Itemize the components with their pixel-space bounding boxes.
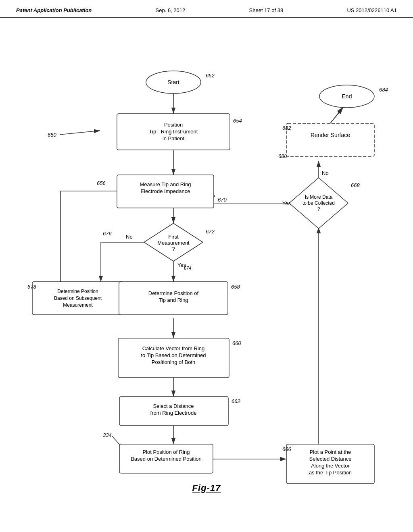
label-674-text: 674 (184, 266, 191, 270)
node-672-line2: Measurement (157, 240, 190, 246)
node-666-line1: Plot a Point at the (310, 449, 351, 455)
node-668-line2: to be Collected (302, 200, 335, 206)
svg-line-32 (330, 107, 343, 123)
header-patent: US 2012/0226110 A1 (347, 7, 397, 13)
node-658-line1: Determine Position of (148, 290, 199, 296)
label-668: 668 (351, 182, 360, 188)
no-label-672: No (126, 234, 133, 240)
node-666-line3: Along the Vector (311, 463, 350, 469)
label-334: 334 (103, 432, 112, 438)
label-660: 660 (232, 340, 241, 346)
label-682: 682 (282, 125, 291, 131)
page-header: Patent Application Publication Sep. 6, 2… (0, 0, 413, 18)
node-664-line2: Based on Determined Position (131, 456, 202, 462)
header-sheet: Sheet 17 of 38 (249, 7, 284, 13)
node-654-line1: Position (164, 122, 183, 128)
svg-rect-31 (286, 123, 374, 156)
node-662-line2: from Ring Electrode (150, 410, 197, 416)
header-publication: Patent Application Publication (16, 7, 92, 13)
node-678-line3: Measurement (63, 302, 93, 308)
end-label: End (342, 93, 352, 100)
label-684: 684 (379, 87, 388, 93)
node-672-question: ? (172, 246, 175, 252)
node-render-line1: Render Surface (311, 132, 350, 138)
node-668-question: ? (317, 206, 320, 212)
label-656: 656 (97, 180, 106, 186)
header-date: Sep. 6, 2012 (156, 7, 186, 13)
node-672-line1: First (168, 234, 179, 240)
node-662-line1: Select a Distance (153, 403, 194, 409)
label-650: 650 (48, 132, 56, 138)
node-656-line2: Electrode Impedance (141, 188, 190, 194)
figure-caption: Fig-17 (192, 483, 221, 493)
yes-label-668: Yes (282, 200, 291, 206)
label-652: 652 (206, 73, 215, 79)
node-678-line2: Based on Subsequent (54, 295, 102, 301)
label-678: 678 (27, 284, 36, 290)
label-676: 676 (103, 231, 112, 237)
node-654-line2: Tip - Ring Instrument (149, 129, 198, 135)
node-666-line2: Selected Distance (309, 456, 352, 462)
node-658-line2: Tip and Ring (159, 297, 188, 303)
no-label-668: No (322, 170, 329, 176)
node-656-line1: Measure Tip and Ring (140, 181, 191, 187)
svg-line-19 (60, 131, 100, 135)
node-668-line1: Is More Data (305, 194, 333, 200)
node-664-line1: Plot Position of Ring (142, 449, 190, 455)
node-654-line3: in Patient (163, 135, 185, 141)
start-label: Start (167, 79, 179, 85)
label-662: 662 (232, 398, 240, 404)
label-680: 680 (278, 153, 287, 159)
label-654: 654 (233, 118, 242, 124)
label-672: 672 (206, 229, 215, 235)
node-678-line1: Determine Position (57, 289, 98, 294)
label-658: 658 (231, 284, 240, 290)
node-666-line4: as the Tip Position (309, 470, 352, 476)
node-660-line3: Positioning of Both (152, 359, 195, 365)
node-660-line2: to Tip Based on Determined (141, 352, 206, 358)
node-660-line1: Calculate Vector from Ring (142, 345, 205, 351)
diagram-area: Start 652 650 Position Tip - Ring Instru… (0, 18, 413, 517)
label-670: 670 (218, 197, 227, 203)
label-666: 666 (282, 446, 291, 452)
